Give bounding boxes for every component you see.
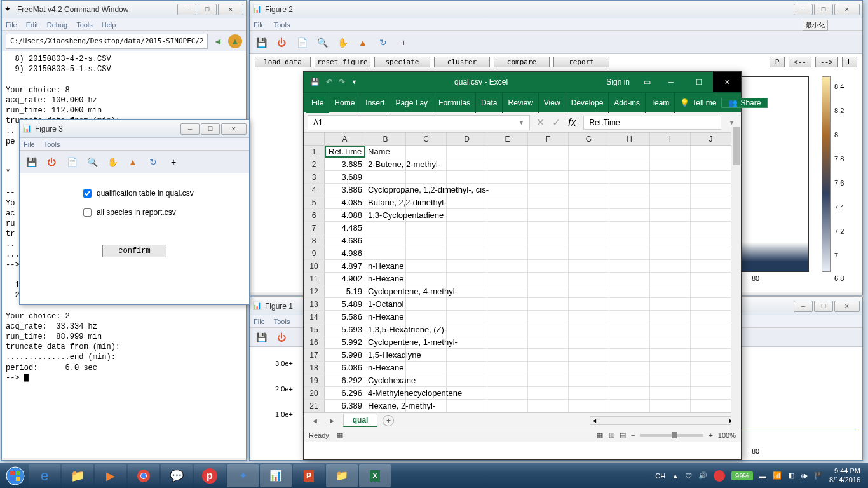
row-header[interactable]: 19	[304, 374, 325, 386]
cell[interactable]: 6.296	[325, 387, 365, 399]
row-header[interactable]: 16	[304, 336, 325, 348]
reset-figure-button[interactable]: reset figure	[315, 57, 370, 67]
zoom-icon[interactable]: 🔍	[86, 156, 98, 168]
cell[interactable]	[691, 209, 731, 221]
cell[interactable]	[528, 158, 569, 170]
cell[interactable]	[447, 234, 487, 247]
cell[interactable]	[406, 234, 447, 247]
cell[interactable]	[650, 311, 691, 323]
cell[interactable]	[691, 298, 731, 310]
cell[interactable]	[487, 349, 528, 361]
close-button[interactable]: ✕	[834, 301, 860, 312]
formula-input[interactable]: Ret.Time	[583, 116, 721, 130]
taskbar[interactable]: e 📁 ▶ 💬 p ✦ 📊 P 📁 X CH ▲ 🛡 🔊 99% ▬ 📶 ◧ 🕪…	[0, 463, 868, 488]
plus-icon[interactable]: +	[167, 156, 180, 168]
cell[interactable]: 1,3-Cyclopentadiene	[365, 209, 406, 221]
cell[interactable]	[569, 400, 609, 412]
cell[interactable]: Name	[365, 146, 406, 158]
cell[interactable]	[406, 171, 447, 183]
cell[interactable]	[447, 362, 487, 374]
cell[interactable]: 5.19	[325, 285, 365, 297]
power-icon[interactable]: ⏻	[275, 331, 288, 344]
cell[interactable]: 4.485	[325, 222, 365, 234]
cell[interactable]	[691, 222, 731, 234]
cell[interactable]: 5.998	[325, 349, 365, 361]
cell[interactable]	[650, 374, 691, 386]
close-button[interactable]: ✕	[218, 4, 243, 15]
language-indicator[interactable]: CH	[655, 472, 665, 480]
menu-file[interactable]: File	[24, 140, 35, 148]
cell[interactable]	[569, 362, 609, 374]
cell[interactable]	[528, 362, 569, 374]
cell[interactable]	[609, 273, 650, 285]
cell[interactable]	[691, 260, 731, 272]
cell[interactable]	[609, 222, 650, 234]
cell[interactable]	[487, 184, 528, 196]
save-icon[interactable]: 💾	[255, 36, 268, 49]
cell[interactable]	[609, 209, 650, 221]
battery-icon[interactable]: 99%	[731, 471, 753, 480]
tray-app-icon[interactable]	[714, 470, 725, 482]
zoom-in[interactable]: +	[709, 431, 712, 439]
cell[interactable]	[569, 184, 609, 196]
cell[interactable]	[650, 171, 691, 183]
cell[interactable]	[528, 184, 569, 196]
tab-formulas[interactable]: Formulas	[433, 93, 476, 113]
network-icon[interactable]: 📶	[773, 471, 782, 480]
tab-review[interactable]: Review	[503, 93, 538, 113]
cell[interactable]	[487, 311, 528, 323]
cell[interactable]	[691, 387, 731, 399]
cell[interactable]	[650, 298, 691, 310]
l-button[interactable]: L	[842, 57, 857, 67]
figure3-titlebar[interactable]: 📊 Figure 3 ─ ☐ ✕	[20, 120, 249, 138]
cell[interactable]	[650, 336, 691, 348]
dropdown-icon[interactable]: ▼	[519, 119, 524, 126]
taskbar-chrome[interactable]	[128, 464, 159, 487]
cell[interactable]: Cyclopropane, 1,2-dimethyl-, cis-	[365, 184, 406, 196]
cell[interactable]	[406, 362, 447, 374]
maximize-button[interactable]: ☐	[685, 72, 713, 92]
col-header[interactable]: A	[325, 133, 365, 145]
tray-icon[interactable]: 🛡	[685, 472, 692, 480]
select-all-corner[interactable]	[304, 133, 325, 145]
figure2-titlebar[interactable]: 📊 Figure 2 ─ ☐ ✕	[250, 1, 862, 18]
cell[interactable]	[609, 311, 650, 323]
cell[interactable]	[528, 311, 569, 323]
row-header[interactable]: 20	[304, 387, 325, 399]
tray-icon[interactable]: ▲	[672, 472, 679, 480]
qat-dropdown-icon[interactable]: ▼	[351, 79, 357, 85]
cell[interactable]	[447, 158, 487, 170]
taskbar-wechat[interactable]: 💬	[161, 464, 193, 487]
cell[interactable]	[609, 260, 650, 272]
cell[interactable]	[406, 247, 447, 259]
cell[interactable]	[487, 146, 528, 158]
close-button[interactable]: ✕	[713, 72, 741, 92]
undo-icon[interactable]: ↶	[326, 78, 332, 86]
share-button[interactable]: 👥 Share	[721, 98, 768, 108]
menu-file[interactable]: File	[254, 21, 265, 29]
load-data-button[interactable]: load data	[255, 57, 311, 67]
cell[interactable]	[691, 311, 731, 323]
page-icon[interactable]: 📄	[65, 156, 78, 168]
cell[interactable]	[650, 222, 691, 234]
cell[interactable]	[487, 234, 528, 247]
horizontal-scrollbar[interactable]: ◄►	[590, 416, 736, 425]
macro-record-icon[interactable]: ▦	[337, 431, 343, 439]
menu-file[interactable]: File	[254, 318, 265, 325]
cell[interactable]: 5.693	[325, 323, 365, 336]
start-button[interactable]	[3, 463, 28, 489]
cell[interactable]	[487, 247, 528, 259]
cell[interactable]	[609, 247, 650, 259]
redo-icon[interactable]: ↷	[339, 78, 345, 86]
cone-icon[interactable]: ▲	[356, 36, 369, 49]
cell[interactable]	[528, 171, 569, 183]
cell[interactable]	[609, 374, 650, 386]
scroll-thumb[interactable]	[733, 127, 740, 165]
cell[interactable]: 5.489	[325, 298, 365, 310]
row-header[interactable]: 9	[304, 247, 325, 259]
cell[interactable]	[487, 285, 528, 297]
cell[interactable]	[487, 260, 528, 272]
cell[interactable]	[447, 374, 487, 386]
cell[interactable]: 4.897	[325, 260, 365, 272]
up-arrow-icon[interactable]: ▲	[228, 34, 242, 48]
